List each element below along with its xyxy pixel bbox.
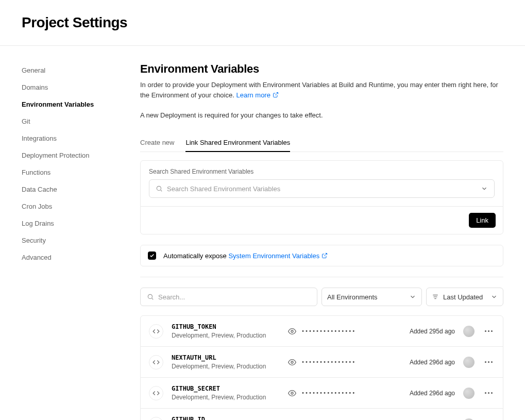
sidebar-item-cron-jobs[interactable]: Cron Jobs bbox=[22, 198, 109, 214]
var-icon bbox=[149, 386, 163, 400]
shared-search-box[interactable] bbox=[149, 179, 495, 198]
code-brackets-icon bbox=[153, 390, 160, 397]
banner-prefix: Automatically expose bbox=[163, 252, 228, 260]
learn-more-link[interactable]: Learn more bbox=[236, 90, 278, 100]
more-menu-button[interactable] bbox=[483, 328, 495, 334]
var-value-masked: ••••••••••••••• bbox=[301, 359, 355, 365]
svg-line-3 bbox=[324, 254, 327, 257]
search-icon bbox=[147, 293, 154, 300]
learn-more-label: Learn more bbox=[236, 90, 270, 100]
sort-select-label: Last Updated bbox=[443, 293, 483, 301]
svg-point-4 bbox=[148, 294, 152, 298]
var-environments: Development, Preview, Production bbox=[172, 363, 280, 370]
tabs: Create newLink Shared Environment Variab… bbox=[140, 133, 503, 152]
svg-line-5 bbox=[152, 298, 154, 300]
environment-select[interactable]: All Environments bbox=[321, 288, 422, 306]
var-value-masked: ••••••••••••••• bbox=[301, 390, 355, 396]
svg-point-10 bbox=[291, 361, 293, 363]
svg-point-1 bbox=[157, 186, 161, 190]
svg-point-11 bbox=[291, 392, 293, 394]
divider bbox=[140, 277, 503, 277]
main-content: Environment Variables In order to provid… bbox=[140, 62, 503, 420]
eye-icon[interactable] bbox=[288, 358, 296, 366]
external-link-icon bbox=[273, 92, 279, 98]
chevron-down-icon bbox=[409, 293, 416, 300]
check-icon bbox=[149, 253, 155, 258]
system-env-link[interactable]: System Environment Variables bbox=[228, 252, 328, 260]
var-value-masked: ••••••••••••••• bbox=[301, 328, 355, 334]
avatar bbox=[463, 326, 475, 337]
more-menu-button[interactable] bbox=[483, 390, 495, 396]
sort-icon bbox=[432, 293, 439, 300]
code-brackets-icon bbox=[153, 359, 160, 366]
section-title: Environment Variables bbox=[140, 62, 503, 76]
search-icon bbox=[156, 185, 163, 192]
avatar bbox=[463, 388, 475, 399]
sidebar: GeneralDomainsEnvironment VariablesGitIn… bbox=[22, 62, 109, 420]
eye-icon[interactable] bbox=[288, 327, 296, 335]
link-button[interactable]: Link bbox=[469, 213, 496, 228]
link-shared-card: Search Shared Environment Variables Link bbox=[140, 160, 503, 234]
section-description-text: In order to provide your Deployment with… bbox=[140, 81, 498, 99]
sidebar-item-security[interactable]: Security bbox=[22, 232, 109, 248]
eye-icon[interactable] bbox=[288, 389, 296, 397]
var-added: Added 296d ago bbox=[410, 390, 455, 397]
env-var-row: GITHUB_TOKEN Development, Preview, Produ… bbox=[141, 316, 503, 347]
filter-search[interactable] bbox=[140, 288, 317, 306]
sidebar-item-general[interactable]: General bbox=[22, 62, 109, 78]
var-added: Added 295d ago bbox=[410, 328, 455, 335]
var-added: Added 296d ago bbox=[410, 359, 455, 366]
sidebar-item-functions[interactable]: Functions bbox=[22, 164, 109, 180]
chevron-down-icon bbox=[490, 293, 498, 300]
page-title: Project Settings bbox=[22, 14, 503, 31]
env-var-list: GITHUB_TOKEN Development, Preview, Produ… bbox=[140, 315, 503, 420]
sidebar-item-domains[interactable]: Domains bbox=[22, 79, 109, 95]
more-menu-button[interactable] bbox=[483, 359, 495, 365]
sidebar-item-advanced[interactable]: Advanced bbox=[22, 249, 109, 265]
deployment-note: A new Deployment is required for your ch… bbox=[140, 111, 503, 119]
env-var-row: GITHUB_ID Development, Preview, Producti… bbox=[141, 409, 503, 420]
shared-search-input[interactable] bbox=[167, 185, 477, 193]
filter-search-input[interactable] bbox=[158, 293, 311, 301]
filter-row: All Environments Last Updated bbox=[140, 288, 503, 306]
env-var-row: GITHUB_SECRET Development, Preview, Prod… bbox=[141, 378, 503, 409]
environment-select-label: All Environments bbox=[327, 293, 378, 301]
var-name: NEXTAUTH_URL bbox=[172, 354, 280, 361]
sidebar-item-environment-variables[interactable]: Environment Variables bbox=[22, 96, 109, 112]
chevron-down-icon bbox=[481, 185, 488, 192]
var-environments: Development, Preview, Production bbox=[172, 332, 280, 339]
auto-expose-banner: Automatically expose System Environment … bbox=[140, 245, 503, 266]
sidebar-item-deployment-protection[interactable]: Deployment Protection bbox=[22, 147, 109, 163]
tab-link-shared-environment-variables[interactable]: Link Shared Environment Variables bbox=[185, 133, 290, 152]
var-environments: Development, Preview, Production bbox=[172, 394, 280, 401]
tab-create-new[interactable]: Create new bbox=[140, 133, 174, 152]
var-icon bbox=[149, 417, 163, 421]
var-icon bbox=[149, 324, 163, 339]
avatar bbox=[463, 357, 475, 368]
var-name: GITHUB_TOKEN bbox=[172, 323, 280, 330]
search-label: Search Shared Environment Variables bbox=[149, 168, 495, 175]
sidebar-item-git[interactable]: Git bbox=[22, 113, 109, 129]
external-link-icon bbox=[321, 253, 328, 259]
svg-line-2 bbox=[161, 190, 162, 192]
svg-line-0 bbox=[275, 93, 278, 96]
var-name: GITHUB_ID bbox=[172, 416, 280, 420]
section-description: In order to provide your Deployment with… bbox=[140, 80, 503, 100]
sidebar-item-log-drains[interactable]: Log Drains bbox=[22, 215, 109, 231]
svg-point-9 bbox=[291, 330, 293, 332]
sidebar-item-data-cache[interactable]: Data Cache bbox=[22, 181, 109, 197]
sidebar-item-integrations[interactable]: Integrations bbox=[22, 130, 109, 146]
avatar bbox=[463, 418, 475, 421]
code-brackets-icon bbox=[153, 328, 160, 335]
sort-select[interactable]: Last Updated bbox=[426, 288, 503, 306]
var-icon bbox=[149, 355, 163, 369]
system-env-link-label: System Environment Variables bbox=[228, 252, 319, 260]
auto-expose-checkbox[interactable] bbox=[148, 251, 156, 260]
env-var-row: NEXTAUTH_URL Development, Preview, Produ… bbox=[141, 347, 503, 378]
var-name: GITHUB_SECRET bbox=[172, 385, 280, 392]
